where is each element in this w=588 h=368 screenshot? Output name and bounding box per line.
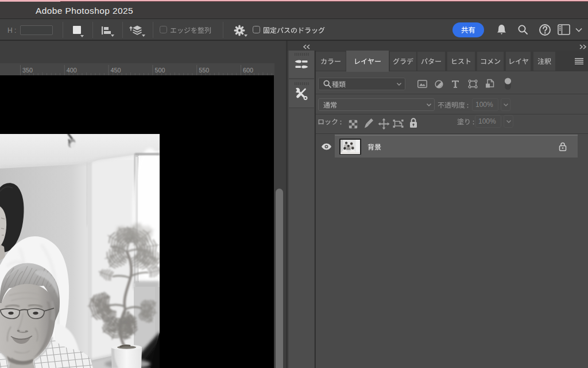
svg-text:400: 400 — [67, 67, 77, 74]
svg-text:600: 600 — [243, 67, 253, 74]
svg-text:350: 350 — [22, 67, 33, 74]
svg-text:450: 450 — [111, 67, 121, 74]
svg-text:500: 500 — [154, 67, 165, 74]
svg-text:550: 550 — [199, 67, 209, 74]
